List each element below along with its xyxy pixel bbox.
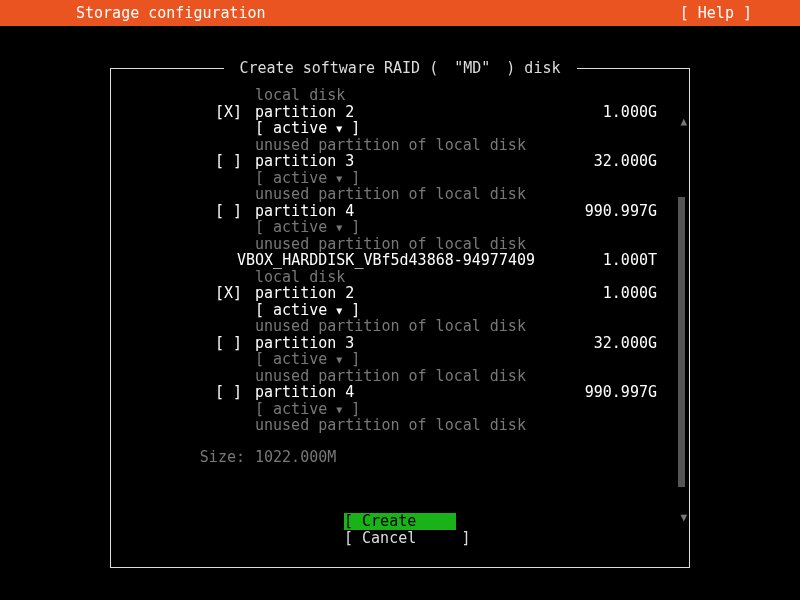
item-label: [ active ▼ ] [255, 302, 567, 319]
item-label: unused partition of local disk [255, 236, 567, 253]
item-label: [ active ▼ ] [255, 120, 567, 137]
checkbox [215, 219, 255, 236]
chevron-down-icon[interactable]: ▼ [336, 123, 342, 134]
checkbox [215, 368, 255, 385]
list-item: unused partition of local disk [123, 417, 677, 434]
list-item: unused partition of local disk [123, 236, 677, 253]
list-item[interactable]: [ ]partition 332.000G [123, 153, 677, 170]
item-label: partition 3 [255, 153, 567, 170]
checkbox[interactable]: [X] [215, 285, 255, 302]
dialog-content: local disk[X]partition 21.000G[ active ▼… [111, 87, 689, 567]
item-size: 990.997G [567, 203, 657, 220]
item-size [567, 318, 657, 335]
checkbox [215, 170, 255, 187]
item-label: VBOX_HARDDISK_VBf5d43868-94977409 [237, 252, 567, 269]
chevron-down-icon[interactable]: ▼ [336, 404, 342, 415]
checkbox [215, 137, 255, 154]
list-item: VBOX_HARDDISK_VBf5d43868-949774091.000T [123, 252, 677, 269]
checkbox[interactable]: [ ] [215, 153, 255, 170]
item-label: [ active ▼ ] [255, 219, 567, 236]
item-size [567, 137, 657, 154]
scrollbar[interactable] [678, 197, 685, 487]
item-size [567, 120, 657, 137]
item-label: unused partition of local disk [255, 417, 567, 434]
chevron-down-icon[interactable]: ▼ [336, 305, 342, 316]
size-value: 1022.000M [255, 448, 336, 466]
chevron-down-icon[interactable]: ▼ [336, 354, 342, 365]
help-button[interactable]: [ Help ] [680, 4, 800, 22]
partition-list: local disk[X]partition 21.000G[ active ▼… [123, 87, 677, 434]
dialog-title: Create software RAID ("MD") disk [111, 59, 689, 77]
header-bar: Storage configuration [ Help ] [0, 0, 800, 26]
checkbox [215, 186, 255, 203]
list-item: unused partition of local disk [123, 318, 677, 335]
create-button[interactable]: [ Create ] [344, 513, 456, 530]
item-size [567, 269, 657, 286]
size-row: Size: 1022.000M [179, 448, 677, 466]
item-size [567, 236, 657, 253]
list-item: [ active ▼ ] [123, 302, 677, 319]
list-item[interactable]: [ ]partition 4990.997G [123, 203, 677, 220]
scroll-down-icon[interactable]: ▼ [680, 511, 687, 524]
dialog-title-prefix: Create software RAID ( [232, 59, 447, 77]
chevron-down-icon[interactable]: ▼ [336, 222, 342, 233]
item-label: local disk [255, 269, 567, 286]
item-size [567, 401, 657, 418]
dialog-buttons: [ Create ] [ Cancel ] [111, 513, 689, 547]
checkbox[interactable]: [ ] [215, 335, 255, 352]
item-label: [ active ▼ ] [255, 351, 567, 368]
list-item: [ active ▼ ] [123, 351, 677, 368]
item-size [567, 219, 657, 236]
item-size [567, 368, 657, 385]
item-size [567, 87, 657, 104]
checkbox [215, 120, 255, 137]
list-item[interactable]: [X]partition 21.000G [123, 104, 677, 121]
checkbox [215, 269, 255, 286]
checkbox [215, 401, 255, 418]
list-item: [ active ▼ ] [123, 401, 677, 418]
item-label: unused partition of local disk [255, 186, 567, 203]
list-item: unused partition of local disk [123, 137, 677, 154]
checkbox [215, 417, 255, 434]
item-label: local disk [255, 87, 567, 104]
chevron-down-icon[interactable]: ▼ [336, 173, 342, 184]
checkbox [215, 236, 255, 253]
item-label: partition 4 [255, 203, 567, 220]
list-item[interactable]: [X]partition 21.000G [123, 285, 677, 302]
item-size [567, 170, 657, 187]
raid-dialog: Create software RAID ("MD") disk local d… [110, 68, 690, 568]
checkbox[interactable]: [ ] [215, 384, 255, 401]
list-item: unused partition of local disk [123, 368, 677, 385]
dialog-title-suffix: ) disk [498, 59, 568, 77]
item-size [567, 351, 657, 368]
item-size: 32.000G [567, 153, 657, 170]
checkbox [215, 87, 255, 104]
item-label: partition 3 [255, 335, 567, 352]
item-size: 1.000G [567, 285, 657, 302]
item-size: 990.997G [567, 384, 657, 401]
scroll-up-icon[interactable]: ▲ [680, 115, 687, 128]
item-size [567, 302, 657, 319]
item-size [567, 417, 657, 434]
item-size [567, 186, 657, 203]
cancel-button[interactable]: [ Cancel ] [344, 530, 456, 547]
checkbox[interactable]: [X] [215, 104, 255, 121]
list-item: local disk [123, 87, 677, 104]
list-item: local disk [123, 269, 677, 286]
checkbox [215, 302, 255, 319]
list-item: unused partition of local disk [123, 186, 677, 203]
list-item[interactable]: [ ]partition 4990.997G [123, 384, 677, 401]
item-label: partition 2 [255, 104, 567, 121]
item-size: 1.000T [567, 252, 657, 269]
size-label: Size: [179, 448, 245, 466]
item-label: [ active ▼ ] [255, 401, 567, 418]
item-label: partition 4 [255, 384, 567, 401]
item-label: unused partition of local disk [255, 137, 567, 154]
item-size: 1.000G [567, 104, 657, 121]
item-label: partition 2 [255, 285, 567, 302]
list-item[interactable]: [ ]partition 332.000G [123, 335, 677, 352]
item-size: 32.000G [567, 335, 657, 352]
checkbox[interactable]: [ ] [215, 203, 255, 220]
list-item: [ active ▼ ] [123, 120, 677, 137]
page-title: Storage configuration [0, 4, 266, 22]
